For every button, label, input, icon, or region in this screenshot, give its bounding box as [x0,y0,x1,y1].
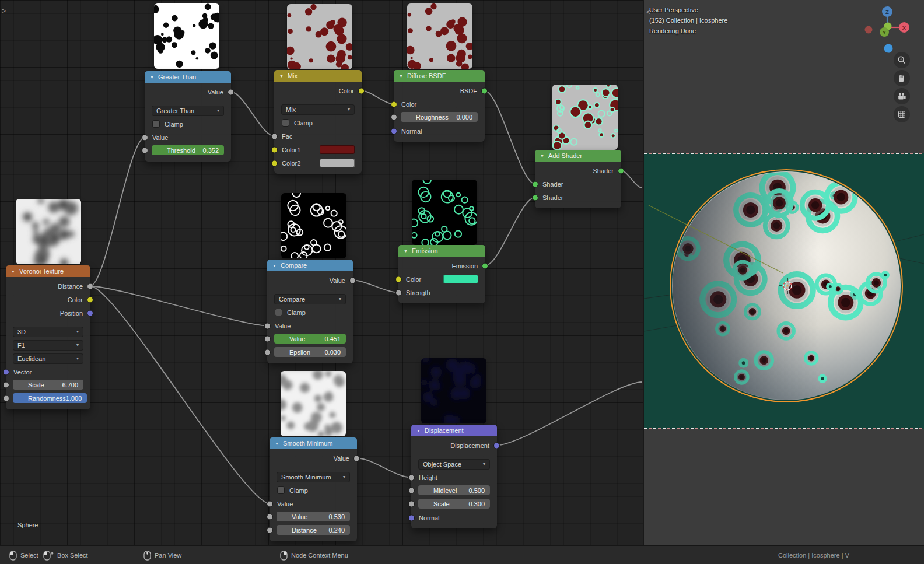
distance-value-slider[interactable]: Distance0.240 [276,525,350,535]
shader-input-socket[interactable] [532,181,538,187]
camera-view-button[interactable] [894,88,910,104]
collapse-arrow-icon[interactable]: ▼ [11,269,15,273]
toolbar-toggle-icon[interactable]: > [2,7,6,15]
node-header-addshader[interactable]: ▼Add Shader [535,150,621,162]
node-header-compare[interactable]: ▼Compare [267,260,353,271]
euclidean-dropdown[interactable]: Euclidean▾ [13,353,83,364]
ortho-toggle-button[interactable] [894,106,910,122]
clamp-checkbox[interactable] [282,119,289,127]
shader-output-socket[interactable] [618,167,624,174]
collapse-arrow-icon[interactable]: ▼ [540,153,544,157]
color2-input-socket[interactable] [271,160,278,166]
scale-value-slider[interactable]: Scale6.700 [13,380,83,390]
collapse-arrow-icon[interactable]: ▼ [416,428,421,432]
collapse-arrow-icon[interactable]: ▼ [150,75,154,79]
scale-value-slider[interactable]: Scale0.300 [418,499,490,509]
object-space-dropdown[interactable]: Object Space▾ [418,459,490,470]
fac-input-socket[interactable] [271,133,278,139]
axis-z-neg-ball[interactable] [884,44,893,53]
value-output-socket[interactable] [354,455,360,461]
epsilon-input-socket[interactable] [264,349,271,355]
value-value-slider[interactable]: Value0.451 [274,334,346,344]
scale-input-socket[interactable] [3,381,9,388]
node-smoothmin[interactable]: ▼Smooth MinimumValueSmooth Minimum▾Clamp… [270,437,357,541]
zoom-button[interactable] [894,52,910,68]
node-header-greater[interactable]: ▼Greater Than [145,71,231,83]
clamp-checkbox[interactable] [277,486,285,494]
scale-input-socket[interactable] [408,500,415,507]
node-header-diffuse[interactable]: ▼Diffuse BSDF [394,70,485,82]
compare-dropdown[interactable]: Compare▾ [274,294,346,304]
collapse-arrow-icon[interactable]: ▼ [279,73,284,78]
value-input-socket[interactable] [142,134,148,141]
greater-than-dropdown[interactable]: Greater Than▾ [152,106,224,116]
threshold-value-slider[interactable]: Threshold0.352 [152,145,224,155]
value-output-socket[interactable] [349,277,356,283]
roughness-input-socket[interactable] [391,114,397,120]
color1-color-swatch[interactable] [320,145,355,154]
navigation-gizmo[interactable]: ZXY [863,5,922,63]
node-mix[interactable]: ▼MixColorMix▾ClampFacColor1Color2 [274,70,362,174]
collapse-arrow-icon[interactable]: ▼ [404,248,408,253]
f1-dropdown[interactable]: F1▾ [13,340,83,351]
node-header-voronoi[interactable]: ▼Voronoi Texture [6,265,90,277]
distance-input-socket[interactable] [267,527,273,533]
collapse-arrow-icon[interactable]: ▼ [275,441,279,445]
threshold-input-socket[interactable] [142,147,148,153]
distance-output-socket[interactable] [87,283,93,289]
emission-output-socket[interactable] [482,262,488,269]
mix-dropdown[interactable]: Mix▾ [281,104,355,115]
value-value-slider[interactable]: Value0.530 [276,512,350,521]
color-output-socket[interactable] [87,296,93,303]
pan-button[interactable] [894,70,910,86]
3d-dropdown[interactable]: 3D▾ [13,327,83,337]
value-input-socket[interactable] [267,513,273,520]
node-addshader[interactable]: ▼Add ShaderShaderShaderShader [535,150,621,208]
node-header-mix[interactable]: ▼Mix [274,70,362,82]
viewport-3d[interactable]: User Perspective (152) Collection | Icos… [644,0,924,545]
normal-input-socket[interactable] [408,514,415,521]
node-greater[interactable]: ▼Greater ThanValueGreater Than▾ClampValu… [145,71,231,162]
displacement-output-socket[interactable] [494,442,500,449]
node-displacement[interactable]: ▼DisplacementDisplacementObject Space▾He… [411,425,497,528]
value-input-socket[interactable] [264,323,271,329]
node-diffuse[interactable]: ▼Diffuse BSDFBSDFColorRoughness0.000Norm… [394,70,485,142]
bsdf-output-socket[interactable] [481,87,488,94]
color-output-socket[interactable] [358,87,365,94]
midlevel-input-socket[interactable] [408,487,415,493]
collapse-arrow-icon[interactable]: ▼ [272,263,276,267]
strength-input-socket[interactable] [396,289,402,296]
position-output-socket[interactable] [87,310,93,316]
collapse-arrow-icon[interactable]: ▼ [399,73,403,78]
randomness-input-socket[interactable] [3,395,9,401]
epsilon-value-slider[interactable]: Epsilon0.030 [274,347,346,357]
color2-color-swatch[interactable] [320,159,355,167]
randomness-value-slider[interactable]: Randomness1.000 [13,393,87,403]
shader-node-editor[interactable]: ▼Voronoi TextureDistanceColorPosition3D▾… [0,0,643,545]
clamp-checkbox[interactable] [152,120,160,128]
value-output-socket[interactable] [228,89,234,95]
midlevel-value-slider[interactable]: Midlevel0.500 [418,485,490,495]
vector-input-socket[interactable] [3,369,9,375]
node-voronoi[interactable]: ▼Voronoi TextureDistanceColorPosition3D▾… [6,265,90,409]
color1-input-socket[interactable] [271,146,278,153]
color-input-socket[interactable] [396,276,402,282]
node-header-emission[interactable]: ▼Emission [398,245,485,257]
shader-input-socket[interactable] [532,194,538,201]
node-compare[interactable]: ▼CompareValueCompare▾ClampValueValue0.45… [267,260,353,363]
color-input-socket[interactable] [391,101,397,107]
clamp-checkbox[interactable] [275,309,282,316]
node-header-displacement[interactable]: ▼Displacement [411,425,497,436]
editor-divider[interactable] [643,0,644,545]
sidebar-toggle-icon[interactable]: < [646,8,650,16]
node-emission[interactable]: ▼EmissionEmissionColorStrength [398,245,485,303]
node-header-smoothmin[interactable]: ▼Smooth Minimum [270,437,357,449]
value-input-socket[interactable] [264,335,271,342]
smooth-minimum-dropdown[interactable]: Smooth Minimum▾ [276,472,350,482]
axis-x-neg-ball[interactable] [865,26,873,34]
height-input-socket[interactable] [408,474,415,481]
color-color-swatch[interactable] [443,275,478,283]
normal-input-socket[interactable] [391,128,397,134]
value-input-socket[interactable] [267,500,273,507]
roughness-value-slider[interactable]: Roughness0.000 [401,112,478,122]
